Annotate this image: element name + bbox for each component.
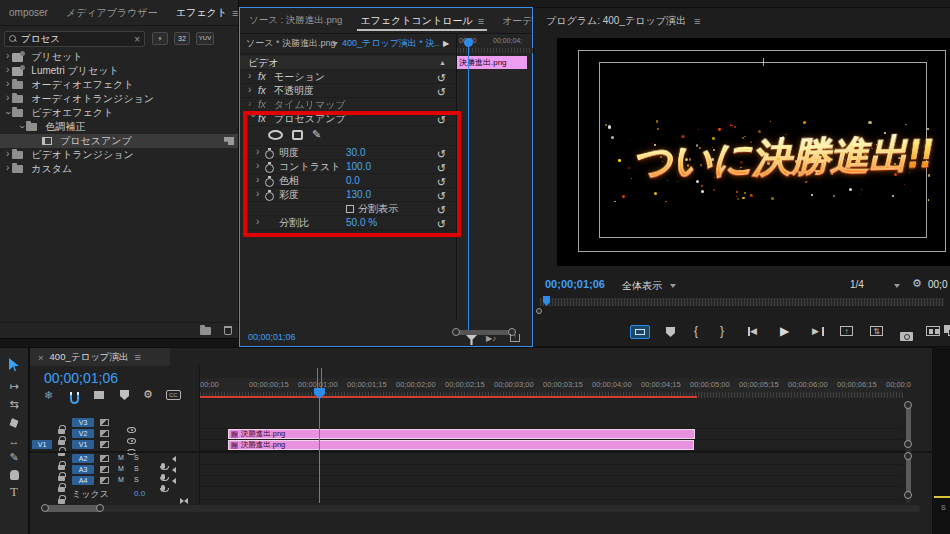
- export-frame-button[interactable]: [900, 332, 913, 341]
- solo-button[interactable]: S: [134, 465, 139, 472]
- h-scrollbar-track[interactable]: [44, 505, 920, 512]
- tree-item-procamp[interactable]: プロセスアンプ: [0, 134, 238, 148]
- reset-effect-icon[interactable]: ↺: [437, 85, 446, 99]
- mute-button[interactable]: M: [118, 476, 124, 483]
- effect-row-motion[interactable]: › fx モーション ↺: [240, 70, 456, 84]
- captions-icon[interactable]: CC: [166, 390, 181, 400]
- linked-selection-icon[interactable]: [94, 391, 104, 399]
- track-header-a2[interactable]: A2 M S: [30, 454, 199, 464]
- sync-lock-icon[interactable]: [100, 441, 109, 448]
- meter-solo-label[interactable]: S: [941, 504, 946, 511]
- v-zoom-handle[interactable]: [904, 440, 912, 448]
- step-forward-button[interactable]: ▶: [812, 326, 819, 336]
- program-video-frame[interactable]: ついに決勝進出!!: [557, 38, 950, 266]
- track-header-a4[interactable]: A4 M S: [30, 476, 199, 486]
- fit-select[interactable]: 全体表示: [622, 279, 662, 293]
- ec-playhead-line[interactable]: [468, 40, 469, 330]
- step-back-button[interactable]: ◀: [750, 326, 757, 336]
- h-scroll-thumb[interactable]: [44, 505, 101, 512]
- dropdown-caret-icon[interactable]: [332, 42, 338, 46]
- settings-wrench-icon[interactable]: ⚙: [912, 277, 922, 290]
- tree-item-color-correction[interactable]: ›色調補正: [0, 120, 238, 134]
- add-marker-button[interactable]: [666, 327, 675, 337]
- resolution-caret-icon[interactable]: [894, 284, 900, 288]
- pen-tool[interactable]: ✎: [0, 449, 28, 466]
- mark-out-button[interactable]: }: [720, 324, 724, 338]
- chevron-down-icon[interactable]: ›: [17, 125, 27, 128]
- slip-tool[interactable]: ↔: [0, 432, 28, 449]
- fit-select-caret-icon[interactable]: [670, 284, 676, 288]
- trash-icon[interactable]: [224, 326, 232, 335]
- tab-source-monitor[interactable]: ソース : 決勝進出.png: [240, 8, 351, 33]
- tab-composer[interactable]: omposer: [0, 0, 57, 25]
- collapse-section-icon[interactable]: ▲: [439, 59, 446, 66]
- solo-button[interactable]: S: [134, 454, 139, 461]
- timeline-timecode[interactable]: 00;00;01;06: [44, 370, 118, 386]
- clip-forward-icon[interactable]: ▶: [443, 39, 449, 48]
- v-zoom-handle[interactable]: [904, 452, 912, 460]
- sync-lock-icon[interactable]: [100, 419, 109, 426]
- program-scrubber[interactable]: [540, 298, 944, 306]
- timeline-marker-icon[interactable]: [120, 390, 129, 400]
- safe-margins-button[interactable]: [630, 325, 650, 339]
- track-label-v3[interactable]: V3: [72, 418, 94, 427]
- clip-v2[interactable]: fx 決勝進出.png: [228, 429, 695, 439]
- tab-effect-controls[interactable]: エフェクトコントロール≡: [351, 8, 493, 33]
- panel-menu-icon[interactable]: ≡: [478, 15, 484, 27]
- tab-effects[interactable]: エフェクト≡: [167, 0, 248, 25]
- chevron-down-icon[interactable]: ›: [3, 111, 13, 114]
- v-zoom-handle[interactable]: [904, 491, 912, 499]
- resolution-select[interactable]: 1/4: [850, 279, 864, 290]
- tree-item-audio-effects[interactable]: ›オーディオエフェクト: [0, 78, 238, 92]
- lock-icon[interactable]: [58, 499, 65, 504]
- nest-insert-icon[interactable]: ❄: [44, 389, 53, 402]
- filter-properties-icon[interactable]: [466, 335, 477, 345]
- play-button[interactable]: ▶: [780, 324, 789, 338]
- effects-search-input[interactable]: プロセス ×: [4, 31, 145, 47]
- mix-volume-value[interactable]: 0.0: [134, 489, 145, 498]
- source-patch-v1[interactable]: V1: [32, 440, 52, 449]
- mute-button[interactable]: M: [118, 454, 124, 461]
- chevron-right-icon[interactable]: ›: [248, 71, 258, 81]
- track-header-v1[interactable]: V1 V1: [30, 440, 199, 450]
- h-zoom-handle-right[interactable]: [96, 504, 104, 512]
- sync-lock-icon[interactable]: [100, 477, 109, 484]
- scrub-zoom-handle[interactable]: [536, 308, 542, 314]
- effect-row-opacity[interactable]: › fx 不透明度 ↺: [240, 84, 456, 98]
- hand-tool[interactable]: [0, 466, 28, 483]
- ec-zoom-scrollbar[interactable]: [456, 330, 513, 335]
- tree-item-audio-transitions[interactable]: ›オーディオトランジション: [0, 92, 238, 106]
- sync-lock-icon[interactable]: [100, 455, 109, 462]
- type-tool[interactable]: T: [0, 483, 28, 500]
- snap-toggle-icon[interactable]: [70, 394, 79, 404]
- razor-tool[interactable]: [0, 414, 28, 431]
- tree-item-video-effects[interactable]: ›ビデオエフェクト: [0, 106, 238, 120]
- export-icon[interactable]: ↑: [510, 334, 520, 342]
- video-section-header[interactable]: ビデオ ▲: [240, 56, 456, 70]
- chevron-right-icon[interactable]: ›: [6, 163, 9, 173]
- chevron-right-icon[interactable]: ›: [6, 149, 9, 159]
- track-label-a3[interactable]: A3: [72, 465, 94, 474]
- mark-in-button[interactable]: {: [694, 324, 698, 338]
- sync-lock-icon[interactable]: [100, 466, 109, 473]
- v-zoom-handle[interactable]: [904, 401, 912, 409]
- comparison-view-button[interactable]: [926, 326, 940, 336]
- play-audio-icon[interactable]: ▶♪: [486, 334, 496, 343]
- search-clear-icon[interactable]: ×: [130, 34, 144, 45]
- filter-32bit-button[interactable]: 32: [174, 32, 190, 45]
- ripple-edit-tool[interactable]: ⇆: [0, 396, 28, 413]
- ec-playhead-head[interactable]: [464, 38, 473, 47]
- v-scroll-thumb-audio[interactable]: [906, 456, 911, 494]
- chevron-right-icon[interactable]: ›: [6, 79, 9, 89]
- fx-badge-icon[interactable]: fx: [258, 85, 274, 96]
- track-label-v1[interactable]: V1: [72, 440, 94, 449]
- lift-button[interactable]: ↑: [840, 326, 853, 336]
- timeline-playhead-grip[interactable]: [317, 368, 322, 389]
- tree-item-presets[interactable]: ›プリセット: [0, 50, 238, 64]
- h-zoom-handle-left[interactable]: [41, 504, 49, 512]
- panel-menu-icon[interactable]: ≡: [135, 351, 141, 363]
- clip-v1[interactable]: fx 決勝進出.png: [228, 440, 694, 450]
- track-select-tool[interactable]: ↦: [0, 378, 28, 395]
- track-header-mix[interactable]: ミックス 0.0: [30, 488, 199, 499]
- mute-button[interactable]: M: [118, 465, 124, 472]
